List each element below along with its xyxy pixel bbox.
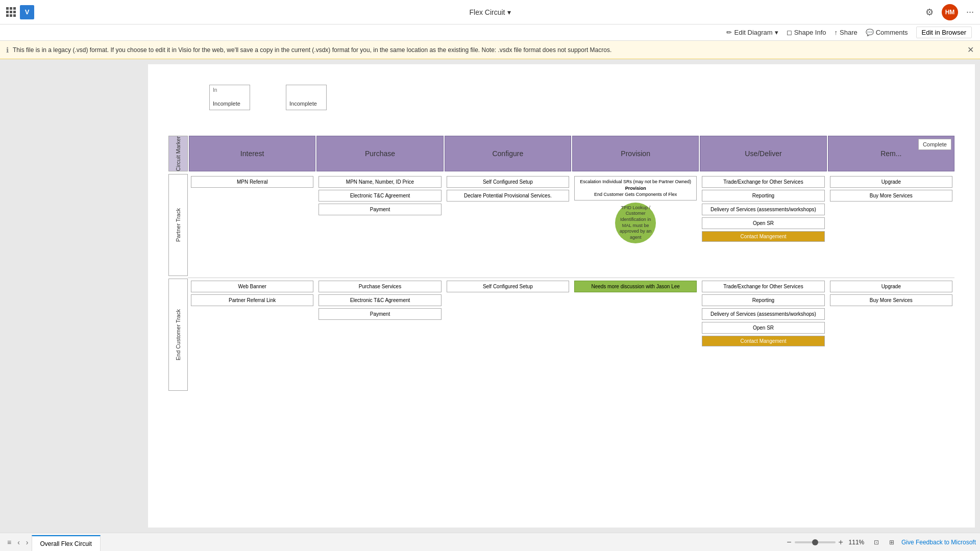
- topbar-right-actions: ⚙ HM ···: [925, 4, 974, 20]
- partner-interest-col: MPN Referral: [189, 174, 315, 276]
- partner-use-deliver-col: Trade/Exchange for Other Services Report…: [700, 174, 826, 276]
- app-icons: V: [6, 5, 34, 19]
- app-title: Flex Circuit ▾: [469, 8, 510, 16]
- complete-overlay: Complete: [918, 139, 951, 150]
- track-separator: [188, 278, 954, 278]
- diagram-wrapper: In Incomplete Incomplete Circuit Marker …: [158, 74, 965, 517]
- visio-logo[interactable]: V: [20, 5, 34, 19]
- more-icon[interactable]: ···: [966, 7, 974, 17]
- share-label: Share: [840, 29, 857, 36]
- zoom-in-button[interactable]: +: [839, 538, 843, 547]
- ec-purchase-col: Purchase Services Electronic T&C Agreeme…: [316, 279, 443, 391]
- ec-contact-management-box: Contact Mangement: [702, 336, 824, 346]
- title-caret[interactable]: ▾: [507, 8, 511, 16]
- partner-track-label: Partner Track: [175, 208, 181, 242]
- ec-trade-exchange-box: Trade/Exchange for Other Services: [702, 281, 824, 292]
- comments-label: Comments: [876, 29, 908, 36]
- ec-reporting-box: Reporting: [702, 294, 824, 306]
- edit-diagram-caret: ▾: [775, 29, 778, 36]
- tabbar: ≡ ‹ › Overall Flex Circuit − + 111% ⊡ ⊞ …: [0, 533, 980, 551]
- delivery-services-box: Delivery of Services (assessments/worksh…: [702, 204, 824, 215]
- edit-diagram-label: Edit Diagram: [734, 29, 772, 36]
- phase-purchase: Purchase: [316, 136, 443, 171]
- provision-bold-label: Provision: [625, 186, 646, 191]
- ec-configure-col: Self Configured Setup: [445, 279, 571, 391]
- ec-self-configured-setup-box: Self Configured Setup: [447, 281, 569, 292]
- end-customer-track: End Customer Track Web Banner Partner Re…: [168, 279, 954, 391]
- purchase-services-box: Purchase Services: [318, 281, 441, 292]
- zoom-thumb: [812, 539, 818, 545]
- comments-button[interactable]: 💬 Comments: [866, 29, 908, 36]
- ribbon: ✏ Edit Diagram ▾ ◻ Shape Info ↑ Share 💬 …: [0, 24, 980, 41]
- partner-rem-col: Upgrade Buy More Services: [828, 174, 954, 276]
- infobar: ℹ This file is in a legacy (.vsd) format…: [0, 41, 980, 59]
- contact-management-box: Contact Mangement: [702, 231, 824, 242]
- partner-purchase-col: MPN Name, Number, ID Price Electronic T&…: [316, 174, 443, 276]
- reporting-box: Reporting: [702, 190, 824, 202]
- phase-row: Circuit Marker Interest Purchase Configu…: [168, 136, 954, 171]
- canvas[interactable]: In Incomplete Incomplete Circuit Marker …: [143, 59, 980, 533]
- buy-more-services-box-ec: Buy More Services: [830, 294, 952, 306]
- ec-delivery-services-box: Delivery of Services (assessments/worksh…: [702, 308, 824, 320]
- mpn-name-box: MPN Name, Number, ID Price: [318, 176, 441, 188]
- partner-referral-link-box: Partner Referral Link: [191, 294, 313, 306]
- phase-use-deliver-label: Use/Deliver: [745, 149, 781, 158]
- incomplete-label-2: Incomplete: [289, 101, 317, 107]
- hamburger-button[interactable]: ≡: [4, 533, 14, 551]
- infobar-close[interactable]: ✕: [967, 45, 974, 55]
- phase-rem: Rem... Complete: [828, 136, 954, 171]
- zoom-level-text: 111%: [846, 539, 867, 546]
- partner-track-label-box: Partner Track: [168, 174, 188, 276]
- share-button[interactable]: ↑ Share: [835, 29, 857, 36]
- open-sr-box: Open SR: [702, 217, 824, 229]
- payment-box: Payment: [318, 204, 441, 215]
- phase-configure: Configure: [445, 136, 571, 171]
- edit-in-browser-button[interactable]: Edit in Browser: [916, 27, 972, 38]
- end-customer-track-content: Web Banner Partner Referral Link Purchas…: [189, 279, 954, 391]
- edit-diagram-button[interactable]: ✏ Edit Diagram ▾: [726, 29, 778, 36]
- phase-provision: Provision: [572, 136, 699, 171]
- web-banner-box: Web Banner: [191, 281, 313, 292]
- ec-open-sr-box: Open SR: [702, 322, 824, 334]
- ec-use-deliver-col: Trade/Exchange for Other Services Report…: [700, 279, 826, 391]
- main-area: In Incomplete Incomplete Circuit Marker …: [0, 59, 980, 533]
- feedback-link[interactable]: Give Feedback to Microsoft: [901, 539, 976, 546]
- overall-flex-circuit-tab[interactable]: Overall Flex Circuit: [32, 535, 101, 551]
- fit-width-button[interactable]: ⊞: [886, 538, 897, 547]
- circuit-marker-text: Circuit Marker: [175, 136, 181, 171]
- avatar[interactable]: HM: [942, 4, 958, 20]
- partner-provision-col: Escalation Individual SRs (may not be Pa…: [572, 174, 699, 276]
- ec-interest-col: Web Banner Partner Referral Link: [189, 279, 315, 391]
- zoom-bar: − + 111%: [787, 538, 867, 547]
- tc-agreement-box: Electronic T&C Agreement: [318, 190, 441, 202]
- zoom-out-button[interactable]: −: [787, 538, 791, 547]
- diagram-container: In Incomplete Incomplete Circuit Marker …: [148, 64, 975, 528]
- prev-sheet-button[interactable]: ‹: [14, 533, 23, 551]
- comment-icon: 💬: [866, 29, 874, 36]
- tpid-text: TPID Lookup / Customer Identification in…: [618, 205, 653, 241]
- settings-icon[interactable]: ⚙: [925, 7, 934, 18]
- partner-track: Partner Track MPN Referral MPN Name, Num…: [168, 174, 954, 276]
- phase-configure-label: Configure: [492, 149, 523, 158]
- title-text: Flex Circuit: [469, 8, 505, 16]
- grid-icon[interactable]: [6, 7, 16, 17]
- fit-page-button[interactable]: ⊡: [871, 538, 882, 547]
- incomplete-box-2: Incomplete: [286, 85, 327, 110]
- pencil-icon: ✏: [726, 29, 732, 36]
- tpid-circle: TPID Lookup / Customer Identification in…: [615, 203, 656, 243]
- circuit-marker: Circuit Marker: [168, 136, 188, 171]
- phase-use-deliver: Use/Deliver: [700, 136, 826, 171]
- top-boxes: In Incomplete Incomplete: [209, 85, 327, 110]
- incomplete-box-1: In Incomplete: [209, 85, 250, 110]
- shape-info-button[interactable]: ◻ Shape Info: [787, 29, 826, 36]
- topbar: V Flex Circuit ▾ ⚙ HM ···: [0, 0, 980, 24]
- ec-tc-agreement-box: Electronic T&C Agreement: [318, 294, 441, 306]
- shape-info-label: Shape Info: [794, 29, 826, 36]
- partner-configure-col: Self Configured Setup Declare Potential …: [445, 174, 571, 276]
- share-icon: ↑: [835, 29, 838, 36]
- buy-more-services-box-partner: Buy More Services: [830, 190, 952, 202]
- next-sheet-button[interactable]: ›: [23, 533, 32, 551]
- end-customer-track-label: End Customer Track: [175, 309, 181, 360]
- zoom-slider[interactable]: [795, 541, 836, 543]
- escalation-text: Escalation Individual SRs (may not be Pa…: [580, 179, 691, 184]
